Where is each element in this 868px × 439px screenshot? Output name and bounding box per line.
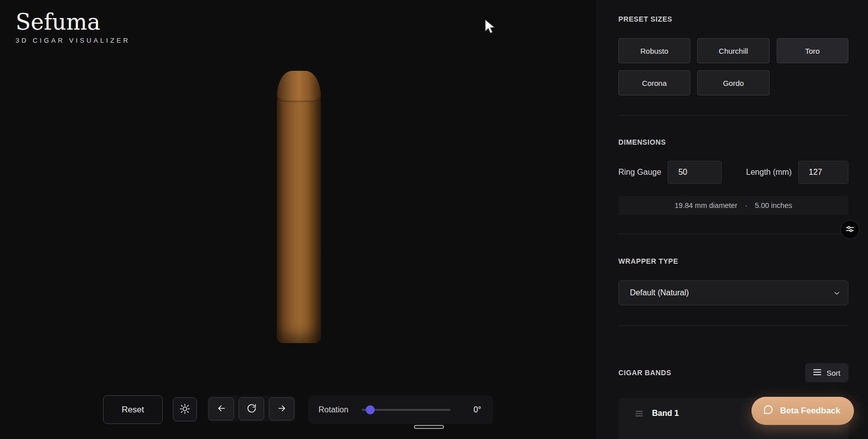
sun-icon bbox=[179, 403, 190, 416]
rotate-right-button[interactable] bbox=[269, 397, 294, 420]
reset-rotation-button[interactable] bbox=[239, 397, 264, 420]
preset-toro-button[interactable]: Toro bbox=[777, 38, 848, 63]
preset-gordo-button[interactable]: Gordo bbox=[697, 70, 769, 95]
arrow-right-icon bbox=[277, 403, 287, 415]
rotation-label: Rotation bbox=[318, 405, 349, 414]
dimensions-section: DIMENSIONS Ring Gauge Length (mm) 19.84 … bbox=[618, 138, 848, 215]
cigar-cap bbox=[277, 71, 321, 102]
length-group: Length (mm) bbox=[746, 161, 848, 184]
mouse-cursor bbox=[484, 19, 496, 37]
length-input[interactable] bbox=[798, 161, 848, 184]
chevron-down-icon bbox=[833, 289, 841, 299]
preset-label: Robusto bbox=[640, 47, 669, 55]
rotation-slider[interactable] bbox=[362, 409, 451, 411]
sort-button[interactable]: Sort bbox=[805, 363, 848, 382]
refresh-icon bbox=[247, 403, 257, 415]
app-logo: Sefuma 3D CIGAR VISUALIZER bbox=[16, 10, 130, 44]
sidebar-toggle-button[interactable] bbox=[840, 220, 859, 239]
preset-label: Corona bbox=[642, 79, 667, 87]
diameter-text: 19.84 mm diameter bbox=[675, 201, 737, 209]
preset-sizes-heading: PRESET SIZES bbox=[618, 15, 848, 23]
preset-label: Toro bbox=[805, 47, 820, 55]
wrapper-type-select[interactable]: Default (Natural) bbox=[618, 280, 848, 305]
rotate-left-button[interactable] bbox=[208, 397, 234, 420]
preset-corona-button[interactable]: Corona bbox=[618, 70, 690, 95]
ring-gauge-input[interactable] bbox=[668, 161, 722, 184]
reset-button-label: Reset bbox=[122, 405, 144, 415]
summary-separator: · bbox=[745, 201, 747, 209]
brand-name: Sefuma bbox=[16, 10, 130, 34]
cigar-3d-model[interactable] bbox=[277, 71, 321, 343]
length-label: Length (mm) bbox=[746, 168, 792, 177]
brand-tagline: 3D CIGAR VISUALIZER bbox=[16, 37, 130, 44]
preset-churchill-button[interactable]: Churchill bbox=[697, 38, 769, 63]
dimensions-heading: DIMENSIONS bbox=[618, 138, 848, 146]
beta-feedback-button[interactable]: Beta Feedback bbox=[751, 397, 854, 425]
lighting-button[interactable] bbox=[173, 397, 197, 421]
reset-button[interactable]: Reset bbox=[103, 395, 163, 424]
arrow-left-icon bbox=[216, 403, 227, 415]
viewer-canvas[interactable]: Sefuma 3D CIGAR VISUALIZER Reset bbox=[0, 0, 597, 439]
ring-gauge-label: Ring Gauge bbox=[618, 168, 661, 177]
rotation-panel: Rotation 0° bbox=[308, 395, 493, 424]
dimensions-summary: 19.84 mm diameter · 5.00 inches bbox=[618, 196, 848, 215]
cigar-bands-header: CIGAR BANDS Sort bbox=[618, 363, 848, 382]
hamburger-icon bbox=[813, 369, 821, 377]
wrapper-type-value: Default (Natural) bbox=[630, 288, 689, 297]
dimensions-row: Ring Gauge Length (mm) bbox=[618, 161, 848, 184]
divider bbox=[618, 234, 848, 234]
preset-label: Gordo bbox=[723, 79, 744, 87]
sliders-icon bbox=[846, 225, 854, 235]
ring-gauge-group: Ring Gauge bbox=[618, 161, 722, 184]
settings-sidebar: PRESET SIZES Robusto Churchill Toro Coro… bbox=[597, 0, 868, 439]
wrapper-type-section: WRAPPER TYPE Default (Natural) bbox=[618, 257, 848, 305]
panel-drag-handle[interactable] bbox=[414, 425, 444, 429]
rotate-step-group bbox=[207, 396, 296, 422]
drag-handle-icon[interactable] bbox=[635, 410, 643, 419]
divider bbox=[618, 115, 848, 116]
rotation-slider-thumb[interactable] bbox=[366, 405, 375, 414]
preset-sizes-section: PRESET SIZES Robusto Churchill Toro Coro… bbox=[618, 15, 848, 95]
sort-button-label: Sort bbox=[826, 369, 840, 377]
rotation-value: 0° bbox=[466, 405, 481, 414]
preset-grid: Robusto Churchill Toro Corona Gordo bbox=[618, 38, 848, 95]
band-item-label: Band 1 bbox=[652, 409, 679, 418]
wrapper-type-heading: WRAPPER TYPE bbox=[618, 257, 848, 265]
inches-text: 5.00 inches bbox=[755, 201, 792, 209]
speech-bubble-icon bbox=[763, 404, 774, 418]
beta-feedback-label: Beta Feedback bbox=[780, 406, 840, 416]
divider bbox=[618, 325, 848, 326]
cigar-bands-heading: CIGAR BANDS bbox=[618, 369, 671, 377]
preset-robusto-button[interactable]: Robusto bbox=[618, 38, 690, 63]
preset-label: Churchill bbox=[719, 47, 748, 55]
